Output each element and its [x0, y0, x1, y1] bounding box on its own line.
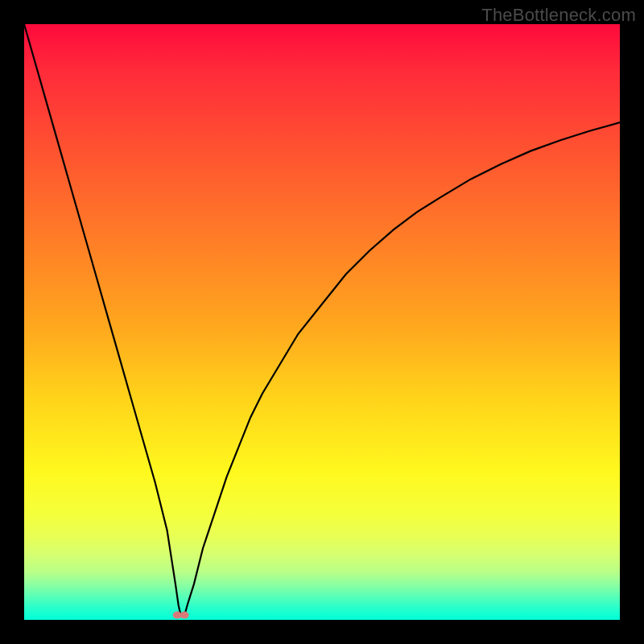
curve-svg — [24, 24, 620, 620]
plot-area — [24, 24, 620, 620]
minimum-marker-2 — [180, 612, 189, 619]
chart-frame: TheBottleneck.com — [0, 0, 644, 644]
watermark-text: TheBottleneck.com — [481, 5, 636, 26]
left-branch-line — [24, 24, 181, 616]
right-branch-line — [184, 122, 620, 616]
